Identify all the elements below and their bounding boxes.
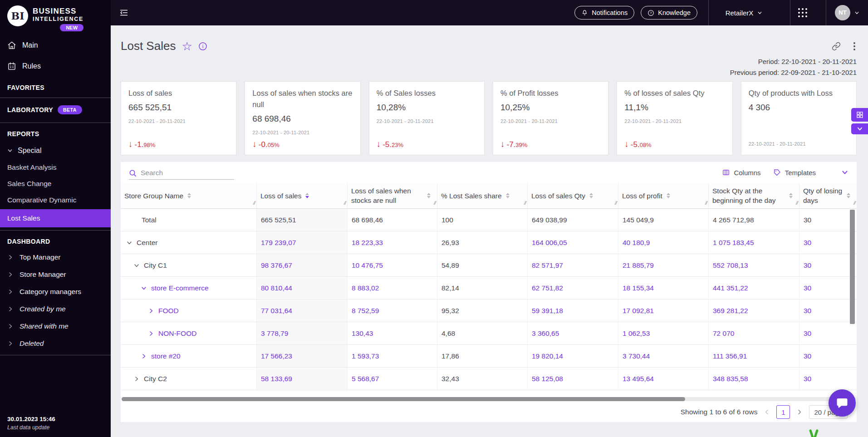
knowledge-button[interactable]: ? Knowledge (641, 6, 697, 20)
widgets-panel-button[interactable] (851, 108, 868, 122)
cell-value[interactable]: 21 885,79 (618, 254, 709, 276)
cell-value[interactable]: 369 281,22 (709, 300, 799, 322)
search-box[interactable] (129, 169, 234, 180)
store-group-label[interactable]: store E-commerce (151, 284, 209, 292)
cell-value[interactable]: 179 239,07 (257, 231, 348, 254)
sidebar-item-sales-change[interactable]: Sales Change (0, 176, 111, 192)
cell-value[interactable]: 13 495,64 (618, 368, 709, 390)
cell-value[interactable]: 30 (799, 368, 857, 390)
cell-value[interactable]: 82 571,97 (528, 254, 618, 276)
sidebar-item-lost-sales[interactable]: Lost Sales (0, 209, 111, 227)
cell-value[interactable]: 98 376,67 (257, 254, 348, 276)
cell-value[interactable]: 3 360,65 (528, 322, 618, 344)
templates-button[interactable]: Templates (774, 169, 816, 177)
next-page-icon[interactable] (796, 409, 803, 415)
cell-value[interactable]: 30 (799, 322, 857, 344)
sidebar-item-rules[interactable]: Rules (0, 56, 111, 77)
previous-page-icon[interactable] (764, 409, 770, 415)
cell-value[interactable]: 80 810,44 (257, 277, 348, 299)
column-header-qty-of-losing-days[interactable]: Qty of losing days (799, 183, 857, 208)
sort-icon[interactable] (789, 193, 793, 198)
info-icon[interactable]: i (198, 42, 207, 51)
sort-icon[interactable] (847, 193, 850, 198)
column-header-stock-qty-at-the-beginning-of-the-day[interactable]: Stock Qty at the beginning of the day (709, 183, 799, 208)
expand-row-icon[interactable] (148, 308, 154, 314)
apps-grid-button[interactable] (790, 8, 815, 17)
chat-button[interactable] (829, 389, 856, 417)
cell-value[interactable]: 111 356,91 (709, 345, 799, 367)
sort-icon[interactable] (305, 193, 309, 198)
store-group-label[interactable]: store #20 (151, 352, 181, 360)
cell-value[interactable]: 348 835,58 (709, 368, 799, 390)
sidebar-item-category-managers[interactable]: Category managers (0, 283, 111, 300)
cell-value[interactable]: 3 778,79 (257, 322, 348, 344)
cell-value[interactable]: 18 155,34 (618, 277, 709, 299)
cell-value[interactable]: 58 125,08 (528, 368, 618, 390)
columns-button[interactable]: Columns (722, 169, 760, 177)
search-input[interactable] (141, 169, 234, 177)
cell-value[interactable]: 5 568,67 (348, 368, 437, 390)
notifications-button[interactable]: Notifications (574, 6, 634, 20)
cell-value[interactable]: 130,43 (348, 322, 437, 344)
store-group-label[interactable]: NON-FOOD (158, 329, 196, 338)
expand-row-icon[interactable] (148, 330, 154, 337)
store-group-label[interactable]: FOOD (158, 307, 179, 315)
column-header-lost-sales-share[interactable]: % Lost Sales share (437, 183, 528, 208)
collapse-row-icon[interactable] (126, 240, 132, 246)
cell-value[interactable]: 40 180,9 (618, 231, 709, 254)
cell-value[interactable]: 3 730,44 (618, 345, 709, 367)
cell-value[interactable]: 1 062,53 (618, 322, 709, 344)
sort-icon[interactable] (667, 193, 670, 198)
cell-value[interactable]: 30 (799, 254, 857, 276)
cell-value[interactable]: 58 133,69 (257, 368, 348, 390)
cell-value[interactable]: 30 (799, 345, 857, 367)
column-header-loss-of-sales[interactable]: Loss of sales (257, 183, 348, 208)
horizontal-scrollbar[interactable] (122, 397, 856, 401)
collapse-sidebar-button[interactable] (119, 8, 129, 18)
collapse-row-icon[interactable] (133, 262, 140, 269)
column-header-store-group-name[interactable]: Store Group Name (121, 183, 257, 208)
page-number-button[interactable]: 1 (776, 405, 790, 419)
collapse-panel-button[interactable] (851, 123, 868, 134)
app-logo[interactable]: BI BUSINESS INTELLIGENCE NEW (0, 0, 111, 35)
sidebar-item-created-by-me[interactable]: Created by me (0, 300, 111, 318)
sidebar-item-shared-with-me[interactable]: Shared with me (0, 318, 111, 335)
sort-icon[interactable] (589, 193, 593, 198)
cell-value[interactable]: 1 075 183,45 (709, 231, 799, 254)
horizontal-scrollbar-thumb[interactable] (122, 397, 685, 401)
sidebar-item-deleted[interactable]: Deleted (0, 335, 111, 352)
cell-value[interactable]: 10 476,75 (348, 254, 437, 276)
column-header-loss-of-sales-qty[interactable]: Loss of sales Qty (528, 183, 618, 208)
cell-value[interactable]: 19 820,14 (528, 345, 618, 367)
sidebar-item-basket-analysis[interactable]: Basket Analysis (0, 159, 111, 176)
collapse-toolbar-icon[interactable] (841, 169, 848, 176)
sidebar-group-special[interactable]: Special (0, 141, 111, 159)
cell-value[interactable]: 1 593,73 (348, 345, 437, 367)
sidebar-item-comparative-dynamic[interactable]: Comparative Dynamic (0, 192, 111, 208)
cell-value[interactable]: 77 031,64 (257, 300, 348, 322)
cell-value[interactable]: 59 391,18 (528, 300, 618, 322)
cell-value[interactable]: 8 883,02 (348, 277, 437, 299)
cell-value[interactable]: 30 (799, 300, 857, 322)
cell-value[interactable]: 17 566,23 (257, 345, 348, 367)
cell-value[interactable]: 164 006,05 (528, 231, 618, 254)
cell-value[interactable]: 72 070 (709, 322, 799, 344)
cell-value[interactable]: 8 752,59 (348, 300, 437, 322)
sidebar-item-top-manager[interactable]: Top Manager (0, 249, 111, 266)
share-link-icon[interactable] (832, 42, 841, 51)
org-switcher[interactable]: RetailerX (709, 9, 779, 17)
sidebar-item-store-manager[interactable]: Store Manager (0, 266, 111, 283)
sort-icon[interactable] (187, 193, 191, 198)
expand-row-icon[interactable] (133, 376, 140, 382)
favorite-star-icon[interactable]: ☆ (181, 40, 192, 52)
sort-icon[interactable] (506, 193, 510, 198)
section-laboratory[interactable]: LABORATORY BETA (0, 98, 111, 120)
cell-value[interactable]: 17 092,81 (618, 300, 709, 322)
user-menu[interactable]: NT (826, 5, 868, 20)
cell-value[interactable]: 30 (799, 231, 857, 254)
column-header-loss-of-profit[interactable]: Loss of profit (618, 183, 709, 208)
cell-value[interactable]: 552 708,13 (709, 254, 799, 276)
cell-value[interactable]: 30 (799, 277, 857, 299)
more-options-icon[interactable] (853, 42, 855, 50)
cell-value[interactable]: 441 351,22 (709, 277, 799, 299)
